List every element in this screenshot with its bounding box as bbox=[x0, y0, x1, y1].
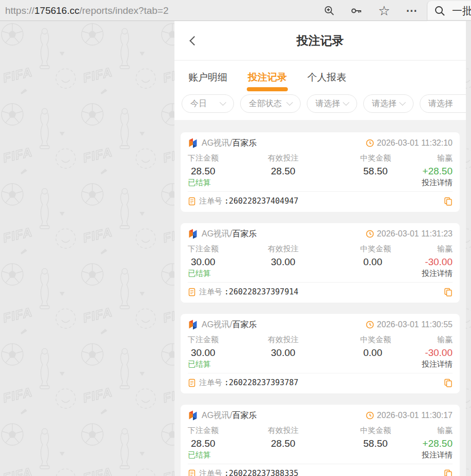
bet-amount-label: 下注金额 bbox=[188, 153, 268, 163]
bet-amount-value: 30.00 bbox=[188, 256, 268, 268]
bet-record-card: AG视讯/百家乐 2026-03-01 11:31:23 下注金额 有效投注 中… bbox=[181, 223, 460, 303]
win-amount-value: 58.50 bbox=[360, 166, 405, 177]
url-path: /reports/index?tab=2 bbox=[80, 5, 169, 16]
back-button[interactable] bbox=[188, 34, 201, 47]
order-note-icon bbox=[188, 197, 196, 206]
win-amount-label: 中奖金额 bbox=[360, 244, 405, 254]
clock-icon bbox=[366, 230, 374, 238]
bet-timestamp: 2026-03-01 11:30:17 bbox=[366, 411, 453, 420]
page-header: 投注记录 bbox=[174, 21, 466, 61]
key-icon[interactable] bbox=[350, 5, 363, 17]
valid-bet-label: 有效投注 bbox=[268, 153, 360, 163]
bet-timestamp: 2026-03-01 11:32:10 bbox=[366, 138, 453, 148]
bet-record-card: AG视讯/百家乐 2026-03-01 11:32:10 下注金额 有效投注 中… bbox=[181, 132, 460, 212]
valid-bet-value: 28.50 bbox=[268, 166, 360, 177]
valid-bet-value: 28.50 bbox=[268, 438, 360, 449]
timestamp-text: 2026-03-01 11:31:23 bbox=[377, 229, 453, 239]
status-row: 已结算 投注详情 bbox=[188, 360, 453, 369]
win-amount-label: 中奖金额 bbox=[360, 335, 405, 345]
order-separator: : bbox=[224, 287, 229, 296]
filter-date-dropdown[interactable]: 今日 bbox=[182, 94, 234, 113]
filter-status-dropdown[interactable]: 全部状态 bbox=[240, 94, 301, 113]
column-values-row: 30.00 30.00 0.00 -30.00 bbox=[188, 256, 453, 268]
win-amount-value: 58.50 bbox=[360, 438, 405, 449]
column-labels-row: 下注金额 有效投注 中奖金额 输赢 bbox=[188, 335, 453, 345]
provider-name: AG视讯/ bbox=[202, 411, 232, 420]
ag-provider-logo-icon bbox=[188, 138, 198, 148]
tab-bet-records[interactable]: 投注记录 bbox=[247, 61, 288, 94]
status-row: 已结算 投注详情 bbox=[188, 269, 453, 278]
chevron-down-icon bbox=[343, 99, 349, 106]
search-segment-label: 一批 bbox=[452, 4, 471, 18]
profit-loss-label: 输赢 bbox=[405, 335, 453, 345]
menu-ellipsis-icon[interactable]: ⋯ bbox=[405, 5, 418, 17]
copy-order-number-button[interactable] bbox=[444, 379, 453, 387]
provider-game-name: AG视讯/百家乐 bbox=[202, 138, 257, 149]
zoom-in-icon[interactable] bbox=[323, 5, 336, 17]
clock-icon bbox=[366, 321, 374, 329]
bet-detail-link[interactable]: 投注详情 bbox=[422, 450, 453, 460]
filter-select-dropdown-1[interactable]: 请选择 bbox=[307, 94, 357, 113]
column-labels-row: 下注金额 有效投注 中奖金额 输赢 bbox=[188, 426, 453, 435]
tab-bar: 账户明细 投注记录 个人报表 bbox=[174, 61, 466, 94]
bet-amount-value: 30.00 bbox=[188, 347, 268, 359]
order-number-value: :260228237388335 bbox=[224, 469, 299, 476]
filter-select-dropdown-3[interactable]: 请选择 bbox=[420, 94, 466, 113]
bet-detail-link[interactable]: 投注详情 bbox=[422, 360, 453, 369]
ag-provider-logo-icon bbox=[188, 320, 198, 330]
provider-name: AG视讯/ bbox=[202, 320, 232, 329]
profit-loss-value: -30.00 bbox=[405, 347, 453, 359]
profit-loss-label: 输赢 bbox=[405, 244, 453, 254]
tab-label: 个人报表 bbox=[307, 71, 346, 84]
win-amount-value: 0.00 bbox=[360, 256, 405, 268]
filter-bar: 今日 全部状态 请选择 请选择 请选择 bbox=[174, 94, 466, 120]
bet-amount-value: 28.50 bbox=[188, 438, 268, 449]
settled-status-badge: 已结算 bbox=[188, 269, 211, 279]
provider-game-name: AG视讯/百家乐 bbox=[202, 410, 257, 421]
app-viewport: FIFA 投注记录 账户明细 bbox=[0, 21, 471, 476]
game-name: 百家乐 bbox=[232, 229, 257, 238]
profit-loss-label: 输赢 bbox=[405, 426, 453, 435]
filter-label: 全部状态 bbox=[249, 98, 282, 109]
order-number-row: 注单号 :260228237388335 bbox=[188, 464, 453, 476]
timestamp-text: 2026-03-01 11:30:17 bbox=[377, 411, 453, 420]
tab-personal-report[interactable]: 个人报表 bbox=[306, 61, 347, 94]
url-scheme: https:// bbox=[5, 5, 34, 16]
chevron-down-icon bbox=[220, 99, 226, 106]
records-list[interactable]: AG视讯/百家乐 2026-03-01 11:32:10 下注金额 有效投注 中… bbox=[174, 120, 466, 476]
active-tab-indicator bbox=[247, 87, 288, 91]
ag-provider-logo-icon bbox=[188, 229, 198, 239]
filter-label: 请选择 bbox=[428, 98, 453, 109]
copy-order-number-button[interactable] bbox=[444, 288, 453, 296]
filter-label: 今日 bbox=[190, 98, 207, 109]
clock-icon bbox=[366, 139, 374, 147]
copy-order-number-button[interactable] bbox=[444, 197, 453, 206]
browser-search-segment[interactable]: 一批 bbox=[427, 1, 471, 21]
settled-status-badge: 已结算 bbox=[188, 450, 211, 460]
bet-record-card: AG视讯/百家乐 2026-03-01 11:30:55 下注金额 有效投注 中… bbox=[181, 314, 460, 393]
filter-select-dropdown-2[interactable]: 请选择 bbox=[363, 94, 414, 113]
tab-label: 投注记录 bbox=[248, 71, 287, 84]
tab-account-detail[interactable]: 账户明细 bbox=[187, 61, 228, 94]
chevron-down-icon bbox=[399, 99, 406, 106]
order-number-digits: 260228237397914 bbox=[229, 287, 298, 296]
valid-bet-value: 30.00 bbox=[268, 347, 360, 359]
card-header: AG视讯/百家乐 2026-03-01 11:30:17 bbox=[188, 410, 453, 421]
page-title: 投注记录 bbox=[297, 33, 344, 49]
browser-toolbar-icons: ☆ ⋯ bbox=[319, 0, 422, 21]
column-values-row: 28.50 28.50 58.50 +28.50 bbox=[188, 166, 453, 177]
status-row: 已结算 投注详情 bbox=[188, 451, 453, 460]
browser-address-bar: https://175616.cc/reports/index?tab=2 ☆ … bbox=[0, 0, 471, 21]
bet-detail-link[interactable]: 投注详情 bbox=[422, 269, 453, 279]
copy-order-number-button[interactable] bbox=[444, 469, 453, 476]
tab-label: 账户明细 bbox=[188, 71, 227, 84]
url-field[interactable]: https://175616.cc/reports/index?tab=2 bbox=[5, 0, 168, 21]
bet-record-card: AG视讯/百家乐 2026-03-01 11:30:17 下注金额 有效投注 中… bbox=[181, 405, 460, 476]
bet-amount-label: 下注金额 bbox=[188, 335, 268, 345]
profit-loss-value: +28.50 bbox=[405, 438, 453, 449]
valid-bet-label: 有效投注 bbox=[268, 426, 360, 435]
bookmark-star-icon[interactable]: ☆ bbox=[378, 5, 390, 17]
column-labels-row: 下注金额 有效投注 中奖金额 输赢 bbox=[188, 244, 453, 254]
order-note-icon bbox=[188, 288, 196, 296]
bet-detail-link[interactable]: 投注详情 bbox=[422, 178, 453, 188]
